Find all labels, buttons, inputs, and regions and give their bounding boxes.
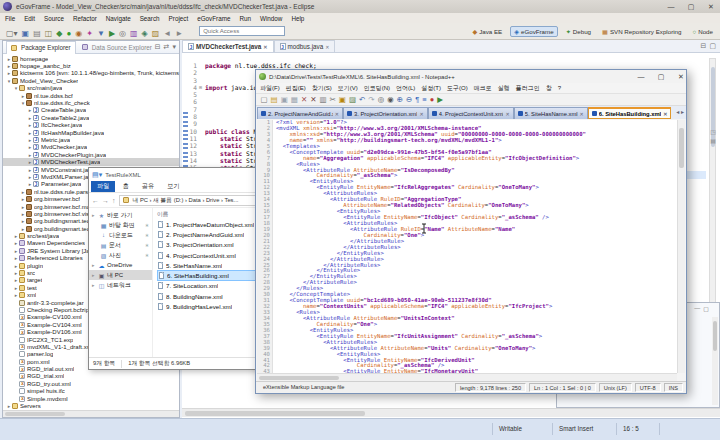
notepad-menu-8[interactable]: 매크로 — [474, 84, 492, 93]
perspective-node[interactable]: ○Node — [689, 27, 716, 36]
tree-item[interactable]: RGD_try.out.xml — [3, 380, 179, 387]
nav-chevron-icon[interactable]: ▸ — [92, 262, 96, 268]
tree-item[interactable]: ▸CreateTable2.java — [3, 114, 179, 121]
notepad-menu-6[interactable]: 설정(T) — [421, 84, 441, 93]
export-icon[interactable]: ◫ — [45, 29, 53, 39]
new-class-icon[interactable]: ◈ — [142, 29, 148, 39]
console-vscrollbar[interactable] — [712, 317, 718, 405]
tree-item[interactable]: ▾Model_View_Checker — [3, 77, 179, 84]
run-icon[interactable]: ● — [66, 29, 71, 39]
tree-item[interactable]: ▸CreateTable.java — [3, 107, 179, 114]
xml-editor[interactable]: 1<?xml version="1.0"?>2<mvdXML xmlns:xsi… — [257, 120, 677, 373]
notepad-menu-11[interactable]: 창 — [546, 84, 552, 93]
macro-record-icon[interactable]: ● — [430, 95, 435, 104]
macro-play-icon[interactable]: ▶ — [437, 95, 443, 104]
open-icon[interactable]: ▤ — [271, 95, 278, 104]
ribbon-tab-3[interactable]: 보기 — [161, 181, 185, 192]
copy-icon[interactable]: ▣ — [339, 95, 346, 104]
back-icon[interactable]: ◄ — [163, 29, 171, 39]
ribbon-tab-2[interactable]: 공유 — [136, 181, 160, 192]
tree-item[interactable]: ▸hopage_aanbc_biz — [3, 62, 179, 69]
tree-item[interactable]: RGD_trial.xml — [3, 373, 179, 380]
menu-source[interactable]: Source — [44, 15, 64, 22]
tab-close-icon[interactable]: ✕ — [419, 111, 423, 117]
search-icon[interactable]: ◎ — [119, 29, 126, 39]
tree-item[interactable]: ▸Servers — [3, 402, 179, 409]
redo-icon[interactable]: ↷ — [368, 95, 374, 104]
tab-data-source-explorer[interactable]: Data Source Explorer — [82, 44, 152, 51]
external-tools-icon[interactable]: ▶ — [109, 29, 115, 39]
perspective-java-ee[interactable]: ◆Java EE — [469, 27, 505, 36]
tab-close-icon[interactable]: ✕ — [325, 44, 329, 50]
minimize-panel-icon[interactable]: — — [694, 305, 700, 312]
new-wizard-icon[interactable]: ✦ — [86, 29, 93, 39]
notepad-menu-7[interactable]: 도구(O) — [447, 84, 468, 93]
nav-item[interactable]: ↓다운로드∗ — [89, 230, 152, 240]
save-all-icon[interactable]: ▦ — [291, 95, 298, 104]
tree-item[interactable]: simpel huis.ifc — [3, 388, 179, 395]
editor-vscrollbar[interactable] — [709, 58, 716, 313]
perspective-svn-repository-exploring[interactable]: ▦SVN Repository Exploring — [599, 27, 684, 36]
eclipse-min-button[interactable]: — — [666, 3, 676, 10]
tree-item[interactable]: ▸MvdChecker.java — [3, 144, 179, 151]
coverage-icon[interactable]: ▥ — [130, 29, 138, 39]
tab-close-icon[interactable]: ✕ — [580, 111, 584, 117]
menu-search[interactable]: Search — [140, 15, 160, 22]
word-wrap-icon[interactable]: ¶ — [415, 95, 419, 104]
nav-item[interactable]: ▨사진∗ — [89, 250, 152, 260]
show-symbols-icon[interactable]: ≡ — [422, 95, 426, 104]
nav-item[interactable]: ▸▣내 PC — [89, 270, 152, 280]
zoom-out-icon[interactable]: ⊖ — [406, 95, 412, 104]
back-icon[interactable]: ← — [92, 197, 99, 204]
menu-project[interactable]: Project — [169, 15, 189, 22]
find-icon[interactable]: ◎ — [378, 95, 385, 104]
save-icon[interactable]: ▣ — [22, 29, 30, 39]
notepad-menu-1[interactable]: 편집(E) — [286, 84, 306, 93]
notepad-tab-2. ProjectNameAndGuid.xml[interactable]: 2. ProjectNameAndGuid.xml✕ — [257, 107, 343, 119]
notepad-tab-6. SiteHasBuilding.xml[interactable]: 6. SiteHasBuilding.xml✕ — [588, 107, 672, 119]
quick-access-input[interactable] — [199, 26, 285, 36]
menu-navigate[interactable]: Navigate — [106, 15, 131, 22]
nav-chevron-icon[interactable]: ▸ — [92, 282, 96, 288]
notepad-menu-3[interactable]: 보기(V) — [338, 84, 358, 93]
forward-icon[interactable]: ► — [175, 29, 183, 39]
qat-dropdown-icon[interactable]: ▾ — [99, 171, 103, 178]
close-icon[interactable]: ✕ — [301, 95, 307, 104]
notepad-menu-0[interactable]: 파일(F) — [260, 84, 280, 93]
new-icon[interactable]: ▢▾ — [6, 29, 18, 39]
menu-edit[interactable]: Edit — [24, 15, 35, 22]
eclipse-max-button[interactable]: ▢ — [686, 3, 696, 11]
profile-icon[interactable]: ◉ — [75, 29, 82, 39]
save-icon[interactable]: ▣ — [281, 95, 288, 104]
menu-run[interactable]: Run — [239, 15, 251, 22]
perspective-egovframe[interactable]: ◈eGovFrame — [510, 26, 557, 37]
tree-item[interactable]: Simple.mvdxml — [3, 395, 179, 402]
nav-item[interactable]: ▸☁OneDrive — [89, 260, 152, 270]
cut-icon[interactable]: ✂ — [330, 95, 336, 104]
view-menu-icon[interactable]: ▾ — [172, 43, 176, 51]
tree-item[interactable]: ▸kictsems 106 [svn: 10.1.1.48/ego-bimben… — [3, 70, 179, 77]
nav-item[interactable]: ▤문서∗ — [89, 240, 152, 250]
tree-item[interactable]: ▸homepage — [3, 55, 179, 62]
annotation-icon[interactable]: ▨ — [152, 29, 160, 39]
tree-item[interactable]: ▸MVDCheckerTest.java — [3, 158, 179, 165]
folder-icon[interactable]: ▤ — [92, 171, 99, 178]
menu-window[interactable]: Window — [260, 15, 282, 22]
ribbon-tab-0[interactable]: 파일 — [91, 181, 115, 192]
notepad-menu-10[interactable]: 플러그인 — [516, 84, 540, 93]
notepad-hscrollbar[interactable] — [257, 373, 677, 381]
tab-close-icon[interactable]: ✕ — [335, 111, 339, 117]
debug-icon[interactable]: ◆ — [56, 29, 62, 39]
forward-icon[interactable]: → — [102, 197, 109, 204]
menu-help[interactable]: Help — [291, 15, 304, 22]
nav-chevron-icon[interactable]: ▸ — [92, 272, 96, 278]
notepad-vscrollbar[interactable] — [677, 120, 685, 373]
perspective-debug[interactable]: ✦Debug — [563, 27, 594, 36]
up-icon[interactable]: ↑ — [112, 197, 116, 204]
nav-chevron-icon[interactable]: ▸ — [92, 212, 96, 218]
tab-close-icon[interactable]: ✕ — [505, 111, 509, 117]
package-explorer-hscrollbar[interactable] — [3, 410, 179, 417]
editor-tab-MVDCheckerTest.java[interactable]: JMVDCheckerTest.java✕ — [182, 40, 274, 52]
ribbon-tab-1[interactable]: 홈 — [116, 181, 134, 192]
tab-package-explorer[interactable]: Package Explorer — [6, 41, 76, 54]
